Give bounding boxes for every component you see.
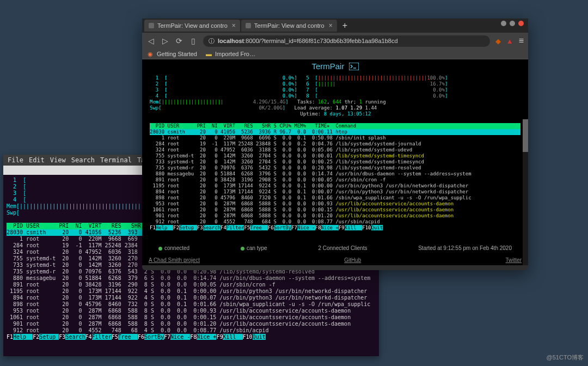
menu-button[interactable]: ≡ xyxy=(519,36,524,46)
url-field[interactable]: ⓘ localhost:8000/?terminal_id=f686f81c73… xyxy=(203,35,490,47)
close-button[interactable] xyxy=(518,21,524,26)
termpair-title: TermPair xyxy=(311,62,344,71)
firefox-icon: ◉ xyxy=(148,51,154,57)
status-bar: connected can type 2 Connected Clients S… xyxy=(142,243,528,253)
back-button[interactable]: ◁ xyxy=(146,36,155,45)
termpair-logo-icon xyxy=(349,63,359,72)
bookmarks-bar: ◉Getting Started▬Imported Fro… xyxy=(142,49,528,59)
bookmark-folder[interactable]: ▬Imported Fro… xyxy=(206,51,255,57)
forward-button[interactable]: ▷ xyxy=(161,36,169,45)
clients-status: 2 Connected Clients xyxy=(318,245,367,251)
termpair-header: TermPair xyxy=(142,59,528,74)
tab-close-icon[interactable]: × xyxy=(232,22,236,29)
browser-tab[interactable]: TermPair: View and contro× xyxy=(241,20,337,32)
minimize-button[interactable] xyxy=(501,21,506,26)
page-content: TermPair 1 [ 0.0%] 5 [||||||||||||||||||… xyxy=(142,59,528,265)
favicon-icon xyxy=(246,23,251,28)
started-status: Started at 9:12:55 pm on Feb 4th 2020 xyxy=(418,245,512,251)
menu-edit[interactable]: Edit xyxy=(29,156,45,164)
new-tab-button[interactable]: + xyxy=(338,21,352,30)
menu-view[interactable]: View xyxy=(50,156,66,164)
bookmark-firefox[interactable]: ◉Getting Started xyxy=(148,51,197,57)
browser-window: TermPair: View and contro×TermPair: View… xyxy=(142,19,528,270)
menu-terminal[interactable]: Terminal xyxy=(100,156,132,164)
tab-label: TermPair: View and contro xyxy=(254,22,324,29)
tab-close-icon[interactable]: × xyxy=(329,22,333,29)
brave-icon[interactable]: ▲ xyxy=(506,37,513,45)
reload-button[interactable]: ⟳ xyxy=(175,36,183,45)
folder-icon: ▬ xyxy=(206,51,212,57)
reader-mode-icon[interactable]: ▯ xyxy=(189,36,198,45)
can-type-status: can type xyxy=(241,245,267,251)
project-link[interactable]: A Chad Smith project xyxy=(149,257,200,263)
address-bar: ◁ ▷ ⟳ ▯ ⓘ localhost:8000/?terminal_id=f6… xyxy=(142,33,528,49)
github-link[interactable]: GitHub xyxy=(344,257,361,263)
shield-icon[interactable]: ◆ xyxy=(495,37,501,45)
shared-terminal[interactable]: 1 [ 0.0%] 5 [|||||||||||||||||||||||||||… xyxy=(142,74,528,232)
twitter-link[interactable]: Twitter xyxy=(506,257,522,263)
url-host: localhost xyxy=(218,38,244,44)
svg-rect-0 xyxy=(349,63,359,70)
status-dot-icon xyxy=(158,247,162,251)
scrollbar-thumb[interactable] xyxy=(523,119,528,152)
connected-status: connected xyxy=(158,245,189,251)
watermark: @51CTO博客 xyxy=(547,353,584,362)
status-dot-icon xyxy=(241,247,244,251)
browser-tab[interactable]: TermPair: View and contro× xyxy=(144,20,240,32)
tab-label: TermPair: View and contro xyxy=(157,22,228,29)
info-icon: ⓘ xyxy=(209,37,215,45)
menu-search[interactable]: Search xyxy=(71,156,95,164)
url-path: :8000/?terminal_id=f686f81c730db6b39febb… xyxy=(244,38,397,44)
footer-links: A Chad Smith project GitHub Twitter xyxy=(142,256,528,264)
maximize-button[interactable] xyxy=(510,21,515,26)
browser-tabstrip: TermPair: View and contro×TermPair: View… xyxy=(142,19,528,33)
favicon-icon xyxy=(149,23,154,28)
menu-file[interactable]: File xyxy=(8,156,23,164)
window-controls xyxy=(501,21,524,26)
